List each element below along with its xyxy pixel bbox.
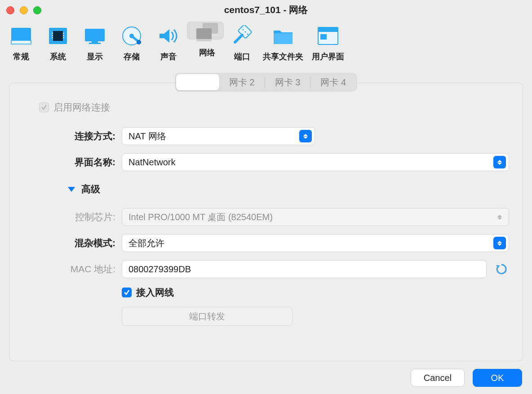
- svg-rect-6: [52, 37, 53, 38]
- window-title: centos7_101 - 网络: [224, 4, 308, 16]
- minimize-icon[interactable]: [20, 6, 28, 14]
- general-icon: [9, 24, 34, 48]
- toolbar-label: 共享文件夹: [263, 51, 303, 62]
- tab-adapter-1[interactable]: [176, 74, 219, 90]
- audio-icon: [156, 24, 181, 48]
- serial-icon: [230, 24, 255, 48]
- svg-rect-7: [63, 33, 64, 34]
- refresh-mac-button[interactable]: [494, 261, 509, 277]
- svg-rect-1: [11, 40, 31, 44]
- svg-rect-9: [63, 37, 64, 38]
- adapter-tabs: 网卡 2 网卡 3 网卡 4: [0, 73, 532, 92]
- toolbar-serial[interactable]: 端口: [224, 22, 261, 66]
- mac-label: MAC 地址:: [23, 263, 122, 275]
- zoom-icon[interactable]: [33, 6, 41, 14]
- toolbar-general[interactable]: 常规: [3, 22, 40, 66]
- cancel-button[interactable]: Cancel: [411, 369, 465, 387]
- attach-select[interactable]: NAT 网络: [122, 127, 315, 145]
- toolbar-audio[interactable]: 声音: [150, 22, 187, 66]
- svg-rect-12: [89, 43, 101, 44]
- cable-checkbox[interactable]: [122, 288, 132, 297]
- advanced-label: 高级: [81, 183, 100, 195]
- tab-adapter-3[interactable]: 网卡 3: [265, 74, 310, 90]
- ok-button[interactable]: OK: [473, 369, 522, 387]
- svg-rect-27: [320, 34, 327, 40]
- svg-rect-24: [274, 33, 293, 44]
- chevron-updown-icon: [299, 130, 312, 142]
- network-icon: [195, 22, 220, 44]
- toolbar-shared[interactable]: 共享文件夹: [261, 22, 306, 66]
- svg-point-21: [243, 29, 244, 31]
- display-icon: [82, 24, 107, 48]
- port-forward-button: 端口转发: [122, 307, 293, 326]
- toolbar-network[interactable]: 网络: [187, 22, 224, 40]
- adapter-value: Intel PRO/1000 MT 桌面 (82540EM): [129, 211, 273, 223]
- name-value: NatNetwork: [129, 157, 175, 168]
- name-label: 界面名称:: [23, 156, 122, 168]
- title-bar: centos7_101 - 网络: [0, 0, 532, 20]
- svg-rect-3: [53, 31, 63, 41]
- svg-rect-8: [63, 35, 64, 36]
- chevron-updown-icon: [493, 211, 506, 223]
- svg-rect-0: [11, 28, 31, 40]
- toolbar-label: 网络: [199, 47, 215, 58]
- toolbar-label: 端口: [234, 51, 250, 62]
- promisc-select[interactable]: 全部允许: [122, 234, 509, 252]
- tab-adapter-2[interactable]: 网卡 2: [219, 74, 265, 90]
- close-icon[interactable]: [6, 6, 14, 14]
- svg-rect-26: [318, 27, 338, 32]
- attach-value: NAT 网络: [129, 130, 166, 142]
- svg-point-15: [137, 40, 141, 44]
- ui-icon: [315, 24, 341, 48]
- toolbar-ui[interactable]: 用户界面: [306, 22, 350, 66]
- svg-point-22: [245, 31, 246, 33]
- toolbar: 常规 系统 显示 存储 声音 网络 端口: [0, 20, 532, 66]
- chevron-updown-icon: [493, 156, 506, 168]
- settings-panel: 启用网络连接 连接方式: NAT 网络 界面名称: NatNetwork 高级 …: [9, 83, 523, 361]
- traffic-lights: [6, 6, 41, 14]
- cable-label: 接入网线: [136, 286, 174, 299]
- toolbar-label: 声音: [160, 51, 177, 62]
- svg-rect-19: [196, 39, 212, 41]
- toolbar-label: 显示: [87, 51, 103, 62]
- mac-value: 0800279399DB: [129, 264, 191, 274]
- svg-rect-5: [52, 35, 53, 36]
- toolbar-label: 用户界面: [312, 51, 344, 62]
- toolbar-label: 系统: [50, 51, 66, 62]
- toolbar-display[interactable]: 显示: [76, 22, 113, 66]
- folder-icon: [270, 24, 296, 48]
- adapter-select: Intel PRO/1000 MT 桌面 (82540EM): [122, 208, 509, 226]
- footer: Cancel OK: [411, 369, 522, 387]
- toolbar-storage[interactable]: 存储: [113, 22, 150, 66]
- disclosure-triangle-icon[interactable]: [68, 187, 75, 192]
- toolbar-label: 存储: [124, 51, 140, 62]
- promisc-label: 混杂模式:: [23, 237, 122, 249]
- enable-checkbox: [39, 102, 49, 112]
- toolbar-system[interactable]: 系统: [40, 22, 76, 66]
- enable-label: 启用网络连接: [53, 101, 110, 114]
- attach-label: 连接方式:: [23, 130, 122, 142]
- svg-rect-18: [196, 28, 212, 39]
- promisc-value: 全部允许: [129, 237, 164, 249]
- name-select[interactable]: NatNetwork: [122, 153, 509, 171]
- system-icon: [45, 24, 71, 48]
- storage-icon: [119, 24, 144, 48]
- svg-point-23: [247, 34, 248, 35]
- mac-input[interactable]: 0800279399DB: [122, 260, 487, 278]
- svg-rect-11: [92, 41, 98, 43]
- chevron-updown-icon: [493, 237, 506, 249]
- toolbar-label: 常规: [13, 51, 29, 62]
- refresh-icon: [495, 263, 508, 275]
- adapter-label: 控制芯片:: [23, 211, 122, 223]
- tab-adapter-4[interactable]: 网卡 4: [310, 74, 356, 90]
- svg-rect-4: [52, 33, 53, 34]
- svg-rect-10: [85, 29, 105, 41]
